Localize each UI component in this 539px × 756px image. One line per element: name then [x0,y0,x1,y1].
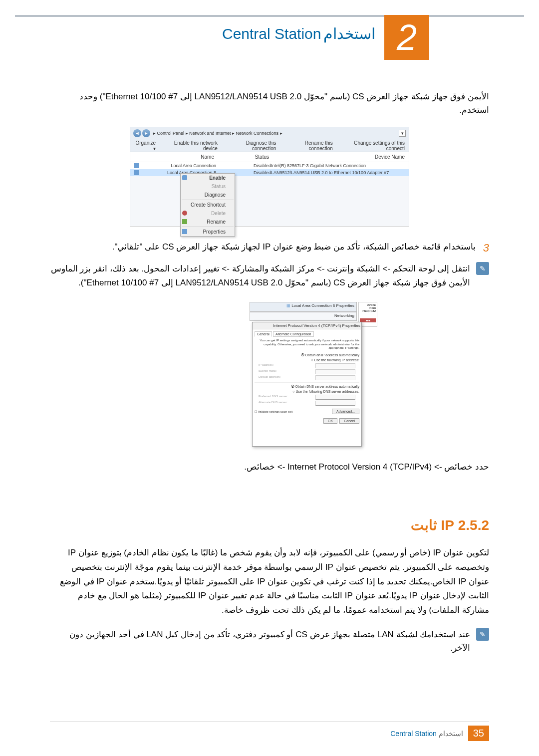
radio-manual-ip[interactable]: Use the following IP address: [255,358,359,362]
field-subnet: Subnet mask: [259,369,355,374]
menu-rename[interactable]: Rename [181,218,235,226]
rename-button[interactable]: Rename this connection [285,140,332,151]
menu-status: Status [181,182,235,191]
dropdown-icon[interactable]: ▾ [399,130,406,137]
field-gateway: Default gateway: [259,375,355,380]
context-menu: Enable Status Diagnose Create Shortcut D… [180,173,235,237]
table-row[interactable]: Local Area Connection 8 Disabled LAN9512… [130,169,409,176]
validate-checkbox[interactable]: ☐ Validate settings upon exit [255,410,292,413]
note-text: عند استخدامك لشبكة LAN متصلة بجهاز عرض C… [50,628,470,655]
radio-manual-dns[interactable]: Use the following DNS server addresses: [255,390,359,393]
chapter-title: Central Station استخدام [222,25,375,42]
menu-properties[interactable]: Properties [181,228,235,236]
col-name: Name [134,154,214,160]
menu-diagnose[interactable]: Diagnose [181,191,235,199]
ip-input [315,363,355,368]
chapter-title-ar: استخدام [323,25,375,42]
breadcrumb: ◄ ► ▸ Control Panel ▸ Network and Intern… [130,127,409,139]
col-status: Status [214,154,269,160]
menu-separator [182,200,234,200]
note-icon: ✎ [476,628,489,641]
section-body: لتكوين عنوان IP (خاص أو رسمي) على الكمبي… [50,546,489,618]
props-window-title: ▦ Local Area Connection 8 Properties [250,302,357,312]
subnet-input [315,369,355,374]
chapter-number: 2 [397,17,417,58]
row-device: LAN9512/LAN9514 USB 2.0 to Ethernet 10/1… [271,170,389,175]
pref-dns-input [315,395,355,400]
gateway-input [315,375,355,380]
page-number: 35 [468,726,489,741]
menu-separator [182,227,234,227]
side-intel: Intel(R) 82 [360,309,376,312]
network-icon [134,170,139,175]
paragraph-intro: الأيمن فوق جهاز شبكة جهاز العرض CS (باسم… [65,90,489,117]
page-footer: Central Station استخدام 35 [50,721,489,741]
screenshot-ipv4-properties: ▦ Local Area Connection 8 Properties Net… [250,299,374,449]
field-ip-address: IP address: [259,363,355,368]
network-icon [134,163,139,168]
alt-dns-input [315,401,355,406]
note-box-1: ✎ انتقل إلى لوحة التحكم -> الشبكة وإنترن… [50,262,489,289]
change-settings-button[interactable]: Change settings of this connecti [342,140,405,151]
menu-enable[interactable]: Enable [181,174,235,182]
radio-auto-dns[interactable]: Obtain DNS server address automatically [255,385,359,388]
diagnose-button[interactable]: Diagnose this connection [227,140,276,151]
tab-alternate[interactable]: Alternate Configuration [273,331,314,337]
shield-icon [182,175,187,180]
footer-ar: استخدام [439,730,463,738]
breadcrumb-text: ▸ Control Panel ▸ Network and Internet ▸… [153,131,282,136]
row-device: Intel(R) 82567LF-3 Gigabit Network Conne… [271,163,366,168]
enable-device-button[interactable]: Enable this network device [165,140,218,151]
note-box-2: ✎ عند استخدامك لشبكة LAN متصلة بجهاز عرض… [50,628,489,655]
note-icon: ✎ [476,262,489,275]
col-device: Device Name [269,154,405,160]
chapter-badge: 2 [384,15,429,60]
cancel-button[interactable]: Cancel [339,418,359,424]
networking-tab[interactable]: Networking [250,312,357,321]
row-name: Local Area Connection [141,163,216,168]
paragraph-select-properties: حدد خصائص -> Internet Protocol Version 4… [50,462,489,472]
table-row[interactable]: Local Area Connection Disabled Intel(R) … [130,162,409,169]
step-number: 3 [483,242,489,254]
top-accent-bar [15,15,524,17]
chapter-title-en: Central Station [222,25,321,42]
menu-delete: Delete [181,209,235,218]
nav-arrows: ◄ ► [133,129,150,137]
step-3: 3 باستخدام قائمة خصائص الشبكة، تأكد من ض… [50,242,489,254]
tab-general[interactable]: General [255,331,272,337]
field-alt-dns: Alternate DNS server: [259,401,355,406]
table-header: Name Status Device Name [130,152,409,162]
side-button[interactable]: ■■■ [360,318,376,322]
section-heading: 2.5.2 IP ثابت [50,517,489,533]
row-status: Disabled [216,163,271,168]
footer-en: Central Station [390,730,437,738]
properties-icon [182,229,187,234]
screenshot-network-connections: ◄ ► ▸ Control Panel ▸ Network and Intern… [130,127,409,227]
ipv4-dialog: Internet Protocol Version 4 (TCP/IPv4) P… [252,322,362,447]
ipv4-title: Internet Protocol Version 4 (TCP/IPv4) P… [253,322,361,329]
organize-menu[interactable]: Organize ▾ [134,140,156,151]
field-pref-dns: Preferred DNS server: [259,395,355,400]
rename-icon [182,219,187,224]
toolbar: Organize ▾ Enable this network device Di… [130,139,409,152]
ipv4-description: You can get IP settings assigned automat… [255,339,359,350]
advanced-button[interactable]: Advanced... [332,409,359,414]
step-text: باستخدام قائمة خصائص الشبكة، تأكد من ضبط… [50,242,476,252]
delete-icon [182,211,187,216]
side-device-name: Device Nam [360,303,376,309]
back-icon[interactable]: ◄ [133,129,141,137]
radio-auto-ip[interactable]: Obtain an IP address automatically [255,353,359,357]
note-text: انتقل إلى لوحة التحكم -> الشبكة وإنترنت … [50,262,470,289]
forward-icon[interactable]: ► [142,129,150,137]
ok-button[interactable]: OK [323,418,337,424]
menu-create-shortcut[interactable]: Create Shortcut [181,201,235,209]
